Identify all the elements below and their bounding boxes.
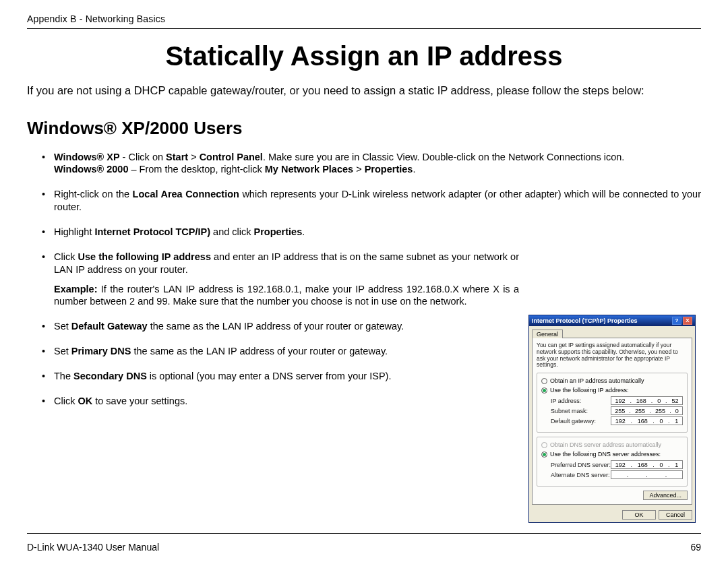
list-item: Click Use the following IP address and e… [54, 251, 519, 308]
radio-auto-ip[interactable] [541, 378, 547, 384]
ip-address-field[interactable]: 192.168.0.52 [611, 396, 683, 405]
section-heading: Windows® XP/2000 Users [27, 118, 701, 139]
instruction-list: Windows® XP - Click on Start > Control P… [27, 151, 701, 214]
header-breadcrumb: Appendix B - Networking Basics [27, 13, 701, 24]
radio-use-ip[interactable] [541, 387, 547, 394]
list-item: The Secondary DNS is optional (you may e… [54, 370, 519, 383]
list-item: Highlight Internet Protocol TCP/IP) and … [54, 226, 519, 239]
list-item: Set Primary DNS the same as the LAN IP a… [54, 345, 519, 358]
help-icon[interactable]: ? [672, 317, 681, 325]
dialog-description: You can get IP settings assigned automat… [537, 342, 688, 369]
radio-use-dns-label: Use the following DNS server addresses: [550, 451, 661, 458]
ok-button[interactable]: OK [622, 510, 656, 520]
intro-paragraph: If you are not using a DHCP capable gate… [27, 84, 701, 98]
dialog-titlebar[interactable]: Internet Protocol (TCP/IP) Properties ? … [529, 315, 695, 326]
default-gateway-field[interactable]: 192.168.0.1 [611, 416, 683, 425]
list-item: Right-click on the Local Area Connection… [54, 188, 701, 214]
instruction-list-2: Highlight Internet Protocol TCP/IP) and … [27, 226, 519, 408]
tcpip-properties-dialog: Internet Protocol (TCP/IP) Properties ? … [528, 315, 696, 523]
radio-auto-ip-label: Obtain an IP address automatically [550, 377, 644, 384]
footer-rule [27, 533, 701, 534]
footer-left: D-Link WUA-1340 User Manual [27, 542, 159, 553]
list-item: Click OK to save your settings. [54, 395, 519, 408]
tab-general[interactable]: General [532, 330, 563, 338]
radio-auto-dns [541, 442, 547, 448]
page-title: Statically Assign an IP address [27, 41, 701, 71]
dns-group: Obtain DNS server address automatically … [537, 437, 688, 487]
advanced-button[interactable]: Advanced... [643, 491, 688, 500]
subnet-mask-label: Subnet mask: [551, 408, 611, 414]
ip-group: Obtain an IP address automatically Use t… [537, 373, 688, 433]
alternate-dns-label: Alternate DNS server: [551, 472, 611, 478]
radio-auto-dns-label: Obtain DNS server address automatically [550, 441, 661, 448]
list-item: Set Default Gateway the same as the LAN … [54, 320, 519, 333]
default-gateway-label: Default gateway: [551, 418, 611, 425]
preferred-dns-label: Preferred DNS server: [551, 462, 611, 468]
dialog-title: Internet Protocol (TCP/IP) Properties [532, 317, 638, 324]
alternate-dns-field[interactable]: 0.0.0.0 [611, 470, 683, 479]
close-icon[interactable]: X [683, 317, 692, 325]
preferred-dns-field[interactable]: 192.168.0.1 [611, 460, 683, 469]
header-rule [27, 28, 701, 29]
list-item: Windows® XP - Click on Start > Control P… [54, 151, 701, 177]
ip-address-label: IP address: [551, 398, 611, 404]
radio-use-ip-label: Use the following IP address: [550, 387, 628, 394]
subnet-mask-field[interactable]: 255.255.255.0 [611, 406, 683, 415]
footer-page-number: 69 [690, 542, 701, 553]
cancel-button[interactable]: Cancel [659, 510, 692, 520]
radio-use-dns[interactable] [541, 451, 547, 458]
